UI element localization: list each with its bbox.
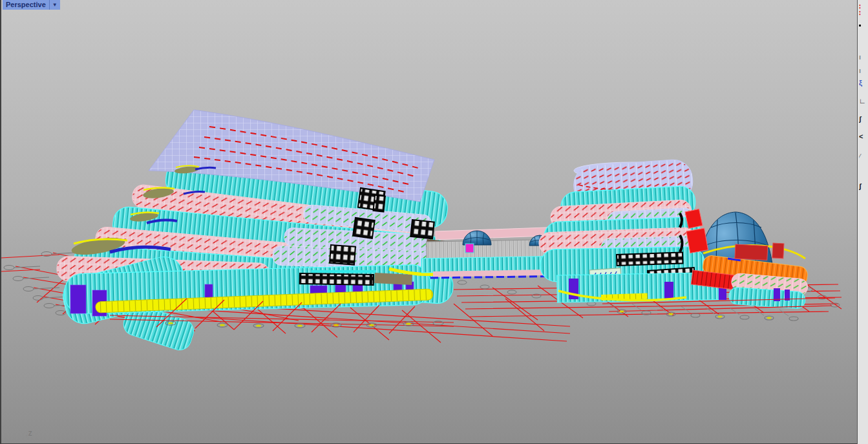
model-canvas[interactable] bbox=[1, 0, 858, 444]
hook-icon[interactable]: ʃ bbox=[859, 115, 868, 124]
green-curve-icon[interactable] bbox=[859, 25, 868, 34]
blue-scroll-icon[interactable]: ξ bbox=[859, 79, 868, 88]
crimson-slabs[interactable] bbox=[735, 243, 784, 260]
slash-icon[interactable]: ⁄ bbox=[859, 153, 868, 162]
world-axis-indicator: ,z bbox=[26, 428, 32, 438]
viewport-dropdown-icon[interactable]: ▼ bbox=[50, 2, 60, 8]
viewport-title-text[interactable]: Perspective bbox=[3, 1, 49, 9]
tick-icon[interactable]: ı bbox=[859, 53, 868, 62]
application-window: Perspective ▼ ,z ∶ ∶ ı ı ξ ∟ ʃ < ⁄ ʃ bbox=[0, 0, 868, 444]
building-right[interactable] bbox=[538, 158, 808, 309]
tick2-icon[interactable]: ı bbox=[859, 67, 868, 76]
red-dash-icon[interactable]: ∶ bbox=[859, 9, 868, 18]
right-toolbar[interactable]: ∶ ∶ ı ı ξ ∟ ʃ < ⁄ ʃ bbox=[857, 0, 868, 444]
corner-icon[interactable]: ∟ bbox=[859, 97, 868, 106]
building-left[interactable] bbox=[56, 110, 459, 353]
axis-z-label: z bbox=[28, 428, 32, 438]
angle-icon[interactable]: < bbox=[859, 132, 868, 142]
axis-tick: , bbox=[26, 430, 28, 437]
perspective-viewport[interactable]: Perspective ▼ ,z bbox=[0, 0, 857, 444]
magenta-box-connector bbox=[465, 244, 474, 253]
viewport-title[interactable]: Perspective ▼ bbox=[3, 0, 60, 10]
pen-icon[interactable]: ʃ bbox=[859, 182, 868, 191]
